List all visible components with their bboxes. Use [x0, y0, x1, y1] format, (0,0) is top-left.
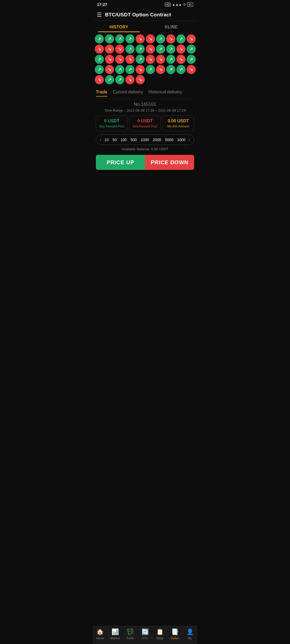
history-grid	[93, 32, 197, 86]
status-right: HD ▲▲▲ ⊙ 41	[165, 2, 193, 7]
buy-reward-pool: 0 USDT Buy Reward Pool	[96, 116, 128, 131]
sell-pool-label: Sell Reward Pool	[131, 125, 159, 128]
pool-row: 0 USDT Buy Reward Pool 0 USDT Sell Rewar…	[96, 116, 194, 131]
contract-number: No.165101	[96, 99, 194, 108]
history-circle-up	[156, 45, 165, 54]
history-circle-up	[95, 65, 104, 74]
history-circle-up	[125, 45, 135, 54]
amount-option-50[interactable]: 50	[111, 138, 118, 142]
history-circle-down	[95, 45, 104, 54]
history-circle-down	[146, 34, 155, 43]
history-circle-up	[115, 75, 124, 84]
history-circle-down	[136, 65, 145, 74]
history-circle-down	[136, 34, 145, 43]
status-hd: HD	[165, 3, 171, 6]
wifi-icon: ⊙	[183, 3, 186, 6]
swap-nav-icon: 📋	[156, 628, 164, 635]
history-circle-down	[115, 45, 124, 54]
page-title: BTC/USDT Option Contract	[105, 12, 171, 18]
selector-next[interactable]: ›	[187, 137, 191, 142]
history-circle-up	[115, 34, 124, 43]
my-nav-icon: 👤	[186, 628, 194, 635]
battery-icon: 41	[187, 2, 193, 7]
tab-history[interactable]: HISTORY	[93, 21, 145, 32]
selector-items: 10501005001000200050001000	[103, 138, 187, 142]
nav-item-option[interactable]: 📑Option	[168, 628, 183, 640]
otc-nav-label: OTC	[142, 636, 148, 640]
home-nav-icon: 🏠	[96, 628, 104, 635]
history-circle-down	[105, 45, 114, 54]
tabs: HISTORY KLINE	[93, 21, 197, 32]
nav-item-market[interactable]: 📊Market	[108, 628, 123, 640]
history-circle-up	[187, 55, 196, 64]
history-circle-up	[95, 55, 104, 64]
trade-section: Trade Current delivery Historical delive…	[93, 86, 197, 173]
history-circle-up	[166, 65, 175, 74]
option-nav-icon: 📑	[171, 628, 179, 635]
history-circle-down	[187, 34, 196, 43]
nav-item-otc[interactable]: 🔄OTC	[137, 628, 153, 640]
amount-option-10[interactable]: 10	[103, 138, 110, 142]
price-down-button[interactable]: PRICE DOWN	[145, 155, 194, 170]
tab-kline[interactable]: KLINE	[145, 21, 197, 32]
history-circle-down	[115, 55, 124, 64]
history-circle-up	[125, 65, 135, 74]
amount-selector: ‹ 10501005001000200050001000 ›	[96, 134, 194, 145]
home-nav-label: Home	[96, 636, 104, 640]
signal-icon: ▲▲▲	[172, 3, 182, 6]
trade-tab-current[interactable]: Current delivery	[113, 90, 143, 97]
amount-option-1000[interactable]: 1000	[140, 138, 150, 142]
nav-item-swap[interactable]: 📋Swap	[153, 628, 168, 640]
option-nav-label: Option	[171, 636, 179, 640]
history-circle-down	[105, 55, 114, 64]
amount-option-1000[interactable]: 1000	[176, 138, 187, 142]
status-bar: 17:27 HD ▲▲▲ ⊙ 41	[93, 0, 197, 9]
nav-item-trade[interactable]: 💱Trade	[122, 628, 137, 640]
sell-pool-amount: 0 USDT	[131, 119, 159, 123]
history-circle-down	[187, 65, 196, 74]
history-circle-up	[146, 65, 155, 74]
trade-nav-icon: 💱	[126, 628, 134, 635]
buy-pool-amount: 0 USDT	[98, 119, 126, 123]
history-circle-down	[156, 55, 165, 64]
nav-item-home[interactable]: 🏠Home	[93, 628, 108, 640]
time-range: Time Range：2021-06-09 17:28 ~ 2021-06-09…	[96, 108, 194, 116]
trade-tabs: Trade Current delivery Historical delive…	[96, 86, 194, 99]
history-circle-down	[176, 55, 186, 64]
history-circle-up	[125, 34, 135, 43]
history-circle-up	[136, 55, 145, 64]
bet-amount: 0.00 USDT	[164, 119, 192, 123]
selector-prev[interactable]: ‹	[99, 137, 103, 142]
trade-tab-historical[interactable]: Historical delivery	[148, 90, 182, 97]
history-circle-down	[166, 34, 175, 43]
amount-option-500[interactable]: 500	[129, 138, 138, 142]
my-bet-amount: 0.00 USDT My Bet Amount	[162, 116, 194, 131]
trade-nav-label: Trade	[126, 636, 134, 640]
history-circle-up	[105, 34, 114, 43]
history-circle-down	[125, 55, 135, 64]
history-circle-up	[115, 65, 124, 74]
sell-reward-pool: 0 USDT Sell Reward Pool	[129, 116, 161, 131]
market-nav-icon: 📊	[111, 628, 119, 635]
market-nav-label: Market	[111, 636, 120, 640]
history-circle-down	[136, 75, 145, 84]
history-circle-up	[95, 34, 104, 43]
nav-item-my[interactable]: 👤My	[182, 628, 197, 640]
history-circle-down	[156, 65, 165, 74]
price-up-button[interactable]: PRICE UP	[96, 155, 145, 170]
history-circle-down	[125, 75, 135, 84]
amount-option-5000[interactable]: 5000	[164, 138, 174, 142]
menu-icon[interactable]: ☰	[97, 12, 102, 18]
amount-option-2000[interactable]: 2000	[152, 138, 162, 142]
trade-tab-trade[interactable]: Trade	[96, 90, 107, 97]
bottom-nav: 🏠Home📊Market💱Trade🔄OTC📋Swap📑Option👤My	[93, 626, 197, 644]
history-circle-up	[176, 65, 186, 74]
history-circle-down	[95, 75, 104, 84]
my-nav-label: My	[188, 636, 192, 640]
amount-option-100[interactable]: 100	[119, 138, 128, 142]
status-time: 17:27	[97, 2, 107, 7]
history-circle-down	[176, 45, 186, 54]
buy-pool-label: Buy Reward Pool	[98, 125, 126, 128]
header: ☰ BTC/USDT Option Contract	[93, 9, 197, 21]
history-circle-up	[187, 45, 196, 54]
